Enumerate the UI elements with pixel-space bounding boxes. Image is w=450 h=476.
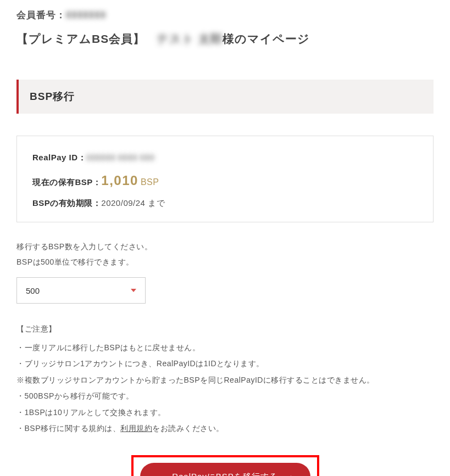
button-container: RealPayにBSPを移行する →	[16, 455, 434, 476]
bsp-amount-select[interactable]: 500	[16, 277, 146, 304]
member-name: テスト 太郎	[157, 32, 223, 45]
notice-list: ・一度リアルに移行したBSPはもとに戻せません。 ・ブリッジサロン1アカウントに…	[16, 340, 434, 436]
member-number-line: 会員番号：0000000	[16, 9, 434, 21]
bsp-expiry-line: BSPの有効期限：2020/09/24 まで	[32, 198, 418, 209]
chevron-down-icon	[131, 289, 136, 292]
bsp-unit: BSP	[141, 177, 159, 187]
notice-line-6: ・BSP移行に関する規約は、利用規約をお読みください。	[16, 421, 434, 436]
current-bsp-label: 現在の保有BSP：	[32, 177, 101, 187]
transfer-button-label: RealPayにBSPを移行する	[172, 472, 278, 476]
notice-line-3: ※複数ブリッジサロンアカウントから貯まったBSPを同じRealPayIDに移行す…	[16, 372, 434, 388]
transfer-instructions: 移行するBSP数を入力してください。 BSPは500単位で移行できます。	[16, 239, 434, 270]
notice-line-1: ・一度リアルに移行したBSPはもとに戻せません。	[16, 340, 434, 356]
bsp-info-box: RealPay ID：000000 0000 000 現在の保有BSP：1,01…	[16, 136, 434, 222]
realpay-id-line: RealPay ID：000000 0000 000	[32, 153, 418, 163]
instruction-line-1: 移行するBSP数を入力してください。	[16, 239, 434, 254]
transfer-bsp-button[interactable]: RealPayにBSPを移行する →	[140, 463, 310, 476]
notice-heading: 【ご注意】	[16, 324, 434, 334]
mypage-suffix: 様のマイページ	[223, 32, 310, 45]
highlight-frame: RealPayにBSPを移行する →	[131, 455, 319, 476]
section-header: BSP移行	[16, 80, 434, 114]
member-tier: 【プレミアムBS会員】	[16, 32, 145, 45]
notice-line-2: ・ブリッジサロン1アカウントにつき、RealPayIDは1IDとなります。	[16, 356, 434, 372]
notice-line-4: ・500BSPから移行が可能です。	[16, 388, 434, 404]
notice-line-5: ・1BSPは10リアルとして交換されます。	[16, 405, 434, 421]
notice-line-6-post: をお読みください。	[152, 424, 224, 433]
realpay-id-value: 000000 0000 000	[86, 153, 154, 162]
member-number-label: 会員番号：	[16, 10, 66, 20]
bsp-expiry-label: BSPの有効期限：	[32, 198, 101, 208]
instruction-line-2: BSPは500単位で移行できます。	[16, 254, 434, 270]
arrow-right-icon: →	[285, 471, 295, 476]
section-title: BSP移行	[30, 89, 423, 104]
current-bsp-line: 現在の保有BSP：1,010BSP	[32, 173, 418, 188]
select-value: 500	[26, 286, 40, 295]
realpay-id-label: RealPay ID：	[32, 153, 86, 162]
bsp-expiry-value: 2020/09/24 まで	[101, 198, 165, 208]
terms-of-service-link[interactable]: 利用規約	[120, 424, 152, 433]
page-title: 【プレミアムBS会員】 テスト 太郎様のマイページ	[16, 31, 434, 47]
member-number-value: 0000000	[66, 10, 106, 20]
notice-line-6-pre: ・BSP移行に関する規約は、	[16, 424, 120, 433]
member-info-block: 会員番号：0000000 【プレミアムBS会員】 テスト 太郎様のマイページ	[16, 9, 434, 47]
bsp-amount: 1,010	[101, 173, 138, 188]
